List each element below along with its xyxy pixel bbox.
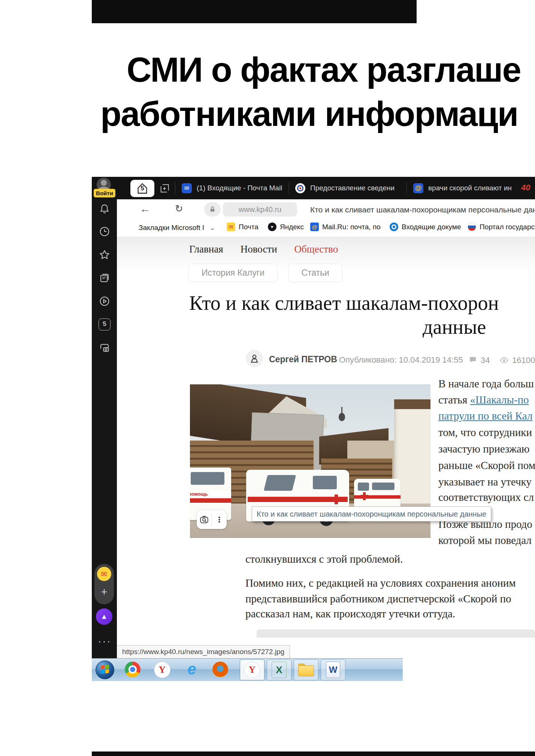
yandex-icon: ➤ <box>267 221 278 232</box>
article-text-line: В начале года больш <box>438 378 534 390</box>
w-glyph: W <box>329 665 338 675</box>
news-feed-button[interactable] <box>99 272 111 284</box>
top-crop-bar <box>92 0 417 23</box>
home-tab[interactable]: 5 <box>130 180 154 197</box>
published-date: Опубликовано: 10.04.2019 14:55 <box>339 355 463 365</box>
sidebar-widget-group: ✉ + <box>94 564 114 604</box>
yandex-browser-icon[interactable]: Y <box>154 662 170 678</box>
article-text-line: соответствующих сл <box>438 491 534 504</box>
nav-news[interactable]: Новости <box>241 244 277 255</box>
gov-emblem-icon <box>295 183 305 193</box>
article-link[interactable]: патрули по всей Кал <box>438 410 532 422</box>
excel-icon: X <box>272 662 287 678</box>
tag-articles[interactable]: Статьи <box>288 264 342 282</box>
views-icon <box>499 356 509 365</box>
article-text-line: зачастую приезжаю <box>438 443 529 455</box>
tab-mail[interactable]: ✉ (1) Входящие - Почта Mail <box>182 177 287 199</box>
tab-gov[interactable]: Предоставление сведени <box>295 177 406 199</box>
yandex-mail-widget[interactable]: ✉ <box>97 567 111 581</box>
bookmark-yandex[interactable]: ➤ Яндекс <box>268 223 304 231</box>
comments-count[interactable]: 34 <box>481 356 490 365</box>
image-menu-button[interactable]: ⋮ <box>212 515 227 524</box>
chrome-icon[interactable] <box>125 662 140 677</box>
bookmark-label: Почта <box>239 223 259 231</box>
article-right-column: В начале года больш статья «Шакалы-по па… <box>438 378 535 554</box>
browser-window: Войти 5 ✉ (1) Входящие - Почта Mail <box>92 177 535 658</box>
bookmark-pochta[interactable]: ✉ Почта <box>227 223 259 231</box>
article-paragraph: столкнувшихся с этой проблемой. <box>245 553 403 565</box>
nav-society[interactable]: Общество <box>294 244 338 255</box>
internet-explorer-icon[interactable]: e <box>183 661 200 678</box>
sidebar-more-button[interactable]: • • • <box>96 639 114 645</box>
bookmark-folder[interactable]: Закладки Microsoft I ⌄ <box>139 223 215 232</box>
tab-label: врачи скорой сливают ин <box>428 184 512 192</box>
text-fragment: статья <box>438 394 470 406</box>
sidebar-panel-count: 5 <box>103 320 106 327</box>
lock-badge[interactable] <box>204 202 221 217</box>
bookmark-mailru[interactable]: @ Mail.Ru: почта, по <box>310 223 381 231</box>
status-url: https://www.kp40.ru/news_images/anons/57… <box>117 645 290 659</box>
new-tab-icon <box>158 182 170 194</box>
windows-flag-icon <box>101 665 105 669</box>
address-page-title: Кто и как сливает шакалам-похоронщикам п… <box>310 205 535 214</box>
slide-title-line1: СМИ о фактах разглаше <box>127 52 521 87</box>
author-name[interactable]: Сергей ПЕТРОВ <box>269 354 337 365</box>
alice-button[interactable]: ▲ <box>96 608 112 625</box>
bookmark-label: Портал государст <box>480 223 535 231</box>
photo-dome <box>339 413 345 421</box>
firefox-icon[interactable] <box>212 662 228 677</box>
taskbar-word[interactable]: W <box>321 659 345 680</box>
screenshot-button[interactable] <box>99 342 111 354</box>
windows-taskbar: Y e Y X W <box>92 658 403 681</box>
tab-divider <box>175 182 175 194</box>
news-icon <box>99 272 111 284</box>
bookmarks-button[interactable] <box>99 249 111 261</box>
tab-kp40-partial[interactable]: 40 <box>521 183 530 193</box>
bookmark-inbox[interactable]: Входящие докуме <box>390 223 461 231</box>
article-text-line: раньше «Скорой пом <box>438 459 535 472</box>
notifications-button[interactable] <box>99 203 111 215</box>
article-text-line: патрули по всей Кал <box>438 410 532 422</box>
image-tooltip: Кто и как сливает шакалам-похоронщикам п… <box>252 506 491 521</box>
video-button[interactable] <box>99 295 111 307</box>
nav-home[interactable]: Главная <box>189 244 223 255</box>
article-title-line1: Кто и как сливает шакалам-похорон <box>189 293 499 313</box>
article-title-line2: данные <box>423 317 486 337</box>
tab-label: Предоставление сведени <box>310 184 395 192</box>
bookmark-label: Mail.Ru: почта, по <box>322 223 381 231</box>
tab-divider <box>406 182 407 194</box>
taskbar-excel[interactable]: X <box>267 659 291 680</box>
tab-doctors[interactable]: @ врачи скорой сливают ин <box>413 177 518 199</box>
back-button[interactable]: ← <box>140 203 150 215</box>
comments-icon <box>468 355 477 364</box>
e-glyph: e <box>187 660 196 678</box>
clock-icon <box>99 226 111 238</box>
author-person-icon <box>249 353 260 364</box>
article-link[interactable]: «Шакалы-по <box>470 394 529 406</box>
image-search-button[interactable] <box>197 515 212 524</box>
add-widget-button[interactable]: + <box>94 586 114 598</box>
taskbar-explorer[interactable] <box>294 659 318 680</box>
article-text-line: которой мы поведал <box>438 534 532 547</box>
reload-button[interactable]: ↻ <box>175 203 183 215</box>
ambulance-label: помощь <box>190 491 231 498</box>
taskbar-yandex-active[interactable]: Y <box>240 659 265 680</box>
image-actions: ⋮ <box>197 510 227 529</box>
login-button[interactable]: Войти <box>94 189 115 197</box>
lock-icon <box>209 206 216 213</box>
address-domain[interactable]: www.kp40.ru <box>223 202 297 217</box>
mailru-at-icon: @ <box>310 223 319 231</box>
tab-divider <box>288 182 289 194</box>
article-paragraph: представившийся работником диспетчерской… <box>245 593 511 605</box>
y-glyph: Y <box>249 665 256 675</box>
history-button[interactable] <box>99 226 111 238</box>
panel-count-button[interactable]: 5 <box>99 318 111 330</box>
slide-title-line2: работниками информаци <box>100 97 518 131</box>
bell-icon <box>99 203 111 215</box>
tag-history-kaluga[interactable]: История Калуги <box>188 264 278 282</box>
folder-icon <box>298 663 314 676</box>
camera-search-icon <box>199 515 209 524</box>
bookmark-gosportal[interactable]: Портал государст <box>468 223 535 231</box>
new-tab-button[interactable] <box>158 182 170 194</box>
start-button[interactable] <box>96 660 114 679</box>
